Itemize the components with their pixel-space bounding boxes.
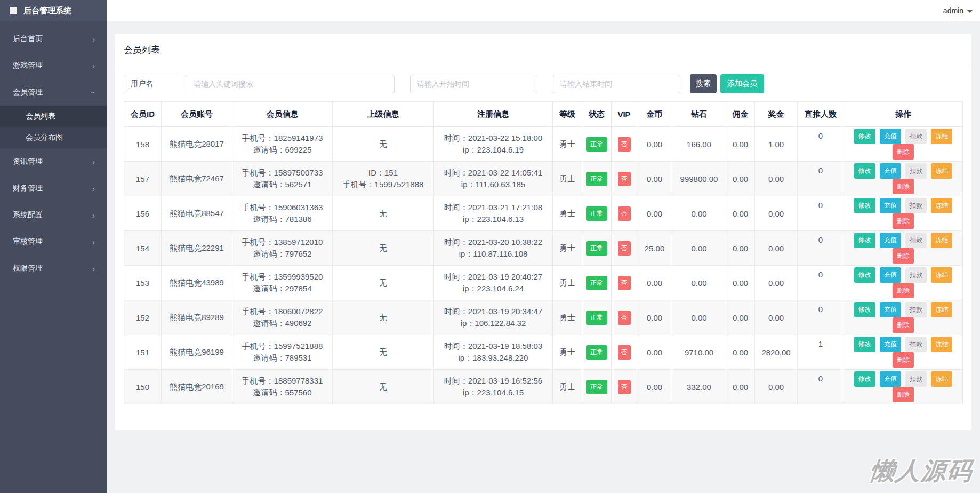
- recharge-button[interactable]: 充值: [880, 337, 901, 352]
- parent-line-1: 无: [333, 277, 433, 289]
- chevron-right-icon: ›: [92, 184, 95, 193]
- diamond-cell: 0.00: [672, 231, 726, 266]
- member-account-cell: 熊猫电竞72467: [162, 162, 232, 196]
- chevron-right-icon: ›: [92, 61, 95, 70]
- chevron-right-icon: ›: [92, 157, 95, 166]
- table-row: 153 熊猫电竞43989 手机号：13599939520 邀请码：297854…: [124, 266, 963, 300]
- referrals-cell: 0: [798, 162, 844, 196]
- edit-button[interactable]: 修改: [854, 198, 875, 213]
- main-area: admin 会员列表 用户名 搜索 添加会员: [107, 0, 980, 493]
- freeze-button[interactable]: 冻结: [931, 198, 952, 213]
- invite-code-line: 邀请码：797652: [232, 248, 332, 260]
- phone-line: 手机号：15997521888: [232, 340, 332, 352]
- register-ip-line: ip：223.104.6.15: [434, 387, 552, 399]
- recharge-button[interactable]: 充值: [880, 198, 901, 213]
- sidebar-item-finance[interactable]: 财务管理 ›: [0, 175, 107, 202]
- recharge-button[interactable]: 充值: [880, 163, 901, 179]
- phone-line: 手机号：15897500733: [232, 167, 332, 179]
- sidebar-item-permissions[interactable]: 权限管理 ›: [0, 255, 107, 282]
- freeze-button[interactable]: 冻结: [931, 267, 952, 283]
- sidebar-item-system[interactable]: 系统配置 ›: [0, 202, 107, 228]
- deduct-button[interactable]: 扣款: [905, 163, 927, 179]
- referrals-cell: 0: [798, 370, 844, 404]
- commission-cell: 0.00: [726, 231, 755, 266]
- delete-button[interactable]: 删除: [893, 248, 914, 264]
- register-time-line: 时间：2021-03-22 15:18:00: [434, 132, 552, 144]
- delete-button[interactable]: 删除: [893, 144, 914, 160]
- admin-dropdown[interactable]: admin: [943, 6, 973, 15]
- phone-line: 手机号：15906031363: [232, 202, 332, 213]
- filter-bar: 用户名 搜索 添加会员: [124, 74, 963, 93]
- chevron-right-icon: ›: [92, 211, 95, 220]
- gold-cell: 0.00: [637, 266, 672, 300]
- deduct-button[interactable]: 扣款: [905, 371, 927, 387]
- sidebar: 后台管理系统 后台首页 › 游戏管理 › 会员管理 › 会员列表 会员分布图 资…: [0, 0, 107, 493]
- status-badge: 正常: [586, 276, 607, 290]
- freeze-button[interactable]: 冻结: [931, 129, 952, 144]
- deduct-button[interactable]: 扣款: [905, 267, 927, 283]
- phone-line: 手机号：13599939520: [232, 271, 332, 283]
- member-id-cell: 154: [124, 231, 162, 266]
- actions-cell: 修改 充值 扣款 冻结 删除: [844, 300, 963, 335]
- member-id-cell: 153: [124, 266, 162, 300]
- column-header: 等级: [553, 102, 582, 127]
- recharge-button[interactable]: 充值: [880, 267, 901, 283]
- bonus-cell: 0.00: [755, 266, 798, 300]
- recharge-button[interactable]: 充值: [880, 302, 901, 317]
- freeze-button[interactable]: 冻结: [931, 233, 952, 248]
- deduct-button[interactable]: 扣款: [905, 337, 927, 352]
- edit-button[interactable]: 修改: [854, 163, 875, 179]
- sidebar-item-label: 会员管理: [13, 88, 43, 97]
- delete-button[interactable]: 删除: [893, 213, 914, 229]
- bonus-cell: 1.00: [755, 127, 798, 162]
- submenu-item-member-map[interactable]: 会员分布图: [0, 127, 107, 148]
- sidebar-item-audit[interactable]: 审核管理 ›: [0, 228, 107, 255]
- level-cell: 勇士: [553, 335, 582, 370]
- gold-cell: 0.00: [637, 335, 672, 370]
- freeze-button[interactable]: 冻结: [931, 337, 952, 352]
- freeze-button[interactable]: 冻结: [931, 371, 952, 387]
- sidebar-item-members[interactable]: 会员管理 ›: [0, 79, 107, 106]
- edit-button[interactable]: 修改: [854, 267, 875, 283]
- delete-button[interactable]: 删除: [893, 387, 914, 402]
- edit-button[interactable]: 修改: [854, 302, 875, 317]
- sidebar-item-news[interactable]: 资讯管理 ›: [0, 148, 107, 175]
- deduct-button[interactable]: 扣款: [905, 233, 927, 248]
- deduct-button[interactable]: 扣款: [905, 129, 927, 144]
- deduct-button[interactable]: 扣款: [905, 302, 927, 317]
- delete-button[interactable]: 删除: [893, 317, 914, 333]
- register-time-line: 时间：2021-03-19 18:58:03: [434, 340, 552, 352]
- register-info-cell: 时间：2021-03-19 16:52:56 ip：223.104.6.15: [434, 370, 553, 404]
- freeze-button[interactable]: 冻结: [931, 163, 952, 179]
- status-badge: 正常: [586, 345, 607, 360]
- recharge-button[interactable]: 充值: [880, 129, 901, 144]
- end-time-input[interactable]: [553, 75, 680, 93]
- delete-button[interactable]: 删除: [893, 283, 914, 298]
- bonus-cell: 0.00: [755, 370, 798, 404]
- delete-button[interactable]: 删除: [893, 352, 914, 368]
- recharge-button[interactable]: 充值: [880, 233, 901, 248]
- referrals-cell: 0: [798, 127, 844, 162]
- deduct-button[interactable]: 扣款: [905, 198, 927, 213]
- start-time-input[interactable]: [410, 75, 537, 93]
- keyword-search-input[interactable]: [187, 75, 395, 93]
- add-member-button[interactable]: 添加会员: [720, 74, 764, 93]
- search-button[interactable]: 搜索: [690, 74, 717, 93]
- edit-button[interactable]: 修改: [854, 371, 875, 387]
- sidebar-item-games[interactable]: 游戏管理 ›: [0, 52, 107, 79]
- parent-line-1: 无: [333, 312, 433, 323]
- column-header: 钻石: [672, 102, 726, 127]
- member-info-cell: 手机号：18259141973 邀请码：699225: [232, 127, 333, 162]
- edit-button[interactable]: 修改: [854, 129, 875, 144]
- submenu-item-label: 会员分布图: [26, 133, 63, 142]
- sidebar-item-label: 系统配置: [13, 210, 43, 220]
- submenu-item-member-list[interactable]: 会员列表: [0, 106, 107, 127]
- edit-button[interactable]: 修改: [854, 337, 875, 352]
- parent-line-1: 无: [333, 208, 433, 219]
- delete-button[interactable]: 删除: [893, 179, 914, 194]
- freeze-button[interactable]: 冻结: [931, 302, 952, 317]
- register-info-cell: 时间：2021-03-20 10:38:22 ip：110.87.116.108: [434, 231, 553, 266]
- recharge-button[interactable]: 充值: [880, 371, 901, 387]
- sidebar-item-dashboard[interactable]: 后台首页 ›: [0, 26, 107, 52]
- edit-button[interactable]: 修改: [854, 233, 875, 248]
